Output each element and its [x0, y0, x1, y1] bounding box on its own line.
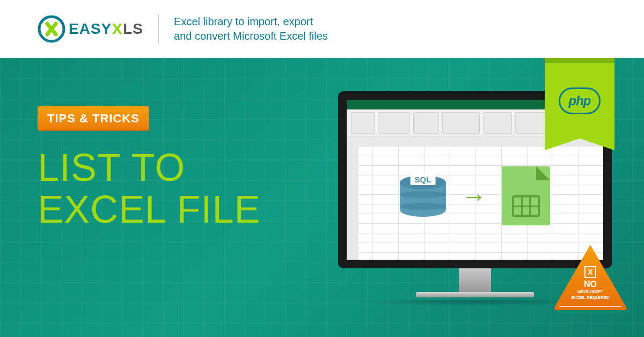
excel-x-icon: X: [584, 266, 596, 278]
monitor-neck: [459, 268, 491, 292]
title-line2: EXCEL FILE: [38, 189, 261, 231]
spreadsheet-file-icon: [502, 166, 550, 225]
ribbon-group: [378, 112, 410, 134]
warning-no: NO: [584, 280, 597, 289]
arrow-icon: →: [461, 181, 487, 211]
brand-ls: LS: [123, 20, 143, 38]
hero-content: TIPS & TRICKS LIST TO EXCEL FILE: [38, 106, 261, 231]
sql-label: SQL: [411, 174, 436, 185]
header: EASY X LS Excel library to import, expor…: [0, 0, 644, 58]
ribbon-group: [413, 112, 439, 134]
conversion-diagram: SQL →: [347, 166, 603, 225]
no-excel-required-badge: X NO MICROSOFT EXCEL REQUIRED: [553, 245, 628, 310]
brand-x: X: [112, 20, 123, 38]
easyxls-logo-icon: [38, 15, 65, 43]
tips-tricks-badge: TIPS & TRICKS: [38, 106, 149, 131]
ribbon-group: [442, 112, 480, 134]
brand-wordmark: EASY X LS: [69, 20, 143, 38]
tagline-line2: and convert Microsoft Excel files: [174, 29, 328, 43]
warning-sub2: EXCEL REQUIRED: [572, 296, 610, 301]
warning-sub1: MICROSOFT: [577, 290, 603, 295]
language-ribbon: php: [545, 58, 614, 138]
monitor-base: [416, 292, 534, 297]
title-line1: LIST TO: [38, 147, 261, 189]
brand-logo: EASY X LS: [38, 15, 143, 43]
language-label: php: [559, 87, 601, 114]
excel-grid: SQL →: [347, 136, 603, 260]
hero: php TIPS & TRICKS LIST TO EXCEL FILE: [0, 58, 644, 337]
ribbon-group: [351, 112, 375, 134]
tagline-line1: Excel library to import, export: [174, 14, 328, 29]
tagline: Excel library to import, export and conv…: [174, 14, 328, 43]
header-divider: [158, 14, 159, 43]
hero-title: LIST TO EXCEL FILE: [38, 147, 261, 231]
database-icon: SQL: [400, 175, 446, 217]
brand-easy: EASY: [69, 20, 112, 38]
ribbon-group: [483, 112, 512, 134]
